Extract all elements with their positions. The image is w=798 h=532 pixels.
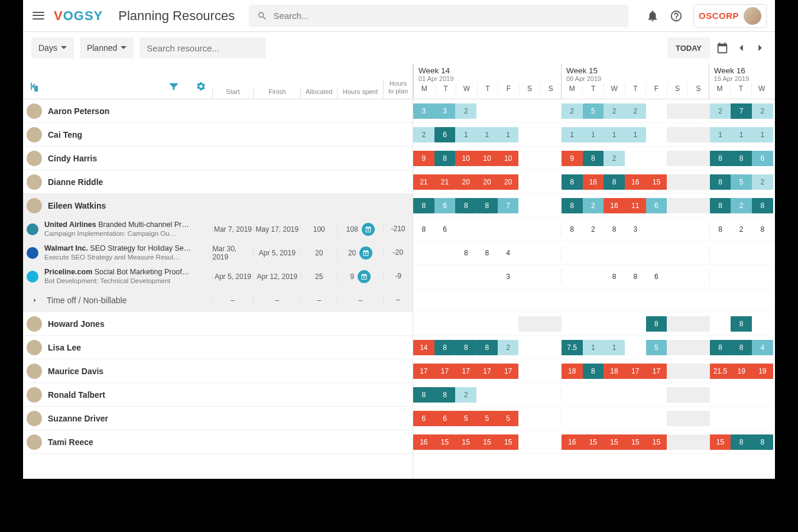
- day-cell[interactable]: [540, 174, 561, 190]
- day-cell[interactable]: 17: [498, 364, 519, 379]
- day-cell[interactable]: 8: [710, 222, 731, 237]
- day-cell[interactable]: 17: [646, 364, 667, 379]
- day-cell[interactable]: [518, 269, 540, 284]
- day-cell[interactable]: 16: [625, 174, 646, 190]
- day-cell[interactable]: [498, 387, 519, 403]
- day-cell[interactable]: 15: [455, 434, 476, 450]
- day-cell[interactable]: 8: [455, 340, 476, 355]
- day-cell[interactable]: 2: [710, 103, 731, 119]
- day-cell[interactable]: [710, 269, 731, 284]
- day-cell[interactable]: 7: [731, 103, 752, 119]
- day-cell[interactable]: 1: [455, 127, 476, 142]
- day-cell[interactable]: [540, 222, 561, 237]
- menu-icon[interactable]: [31, 9, 46, 23]
- day-cell[interactable]: 6: [434, 411, 456, 426]
- day-cell[interactable]: [604, 245, 625, 261]
- calendar-add-icon[interactable]: [359, 246, 372, 259]
- day-cell[interactable]: [667, 198, 688, 213]
- day-cell[interactable]: 18: [562, 364, 583, 379]
- day-cell[interactable]: 8: [562, 174, 583, 190]
- day-cell[interactable]: 15: [710, 434, 731, 450]
- day-cell[interactable]: 3: [413, 103, 434, 119]
- day-cell[interactable]: [583, 269, 604, 284]
- day-cell[interactable]: [710, 387, 731, 403]
- day-cell[interactable]: 5: [583, 103, 604, 119]
- day-cell[interactable]: [646, 127, 667, 142]
- day-cell[interactable]: [518, 245, 540, 261]
- day-cell[interactable]: 18: [604, 364, 625, 379]
- day-cell[interactable]: 19: [731, 364, 752, 379]
- resource-row[interactable]: Howard Jones: [23, 312, 413, 336]
- day-cell[interactable]: 16: [562, 434, 583, 450]
- day-cell[interactable]: 1: [498, 127, 519, 142]
- day-cell[interactable]: 17: [455, 364, 476, 379]
- today-button[interactable]: TODAY: [667, 37, 710, 59]
- day-cell[interactable]: [413, 316, 434, 332]
- status-filter-select[interactable]: Planned: [80, 37, 134, 59]
- resource-row[interactable]: Suzanne Driver: [23, 407, 413, 430]
- day-cell[interactable]: 15: [583, 434, 604, 450]
- resource-row[interactable]: Tami Reece: [23, 430, 413, 454]
- day-cell[interactable]: 2: [752, 103, 773, 119]
- day-cell[interactable]: 15: [604, 434, 625, 450]
- day-cell[interactable]: [625, 245, 646, 261]
- project-row[interactable]: United Airlines Branded Multi-channel Pr…: [23, 218, 413, 241]
- day-cell[interactable]: 8: [434, 387, 456, 403]
- day-cell[interactable]: [646, 151, 667, 166]
- day-cell[interactable]: 8: [604, 269, 625, 284]
- day-cell[interactable]: 8: [646, 316, 667, 332]
- day-cell[interactable]: 6: [434, 198, 456, 213]
- day-cell[interactable]: [518, 411, 540, 426]
- day-cell[interactable]: [688, 103, 709, 119]
- day-cell[interactable]: [752, 387, 773, 403]
- day-cell[interactable]: [667, 316, 688, 332]
- day-cell[interactable]: 20: [498, 174, 519, 190]
- day-cell[interactable]: [562, 387, 583, 403]
- day-cell[interactable]: [667, 434, 688, 450]
- day-cell[interactable]: 4: [752, 340, 773, 355]
- day-cell[interactable]: [688, 198, 709, 213]
- day-cell[interactable]: 1: [583, 127, 604, 142]
- global-search-input[interactable]: [273, 11, 620, 21]
- day-cell[interactable]: [731, 269, 752, 284]
- day-cell[interactable]: [710, 316, 731, 332]
- day-cell[interactable]: 16: [604, 198, 625, 213]
- day-cell[interactable]: [476, 387, 498, 403]
- day-cell[interactable]: 2: [731, 222, 752, 237]
- day-cell[interactable]: [583, 245, 604, 261]
- day-cell[interactable]: [434, 269, 456, 284]
- day-cell[interactable]: [731, 387, 752, 403]
- day-cell[interactable]: [688, 222, 709, 237]
- next-icon[interactable]: [754, 41, 767, 54]
- day-cell[interactable]: 2: [752, 174, 773, 190]
- day-cell[interactable]: 8: [731, 434, 752, 450]
- day-cell[interactable]: [604, 387, 625, 403]
- day-cell[interactable]: 16: [413, 434, 434, 450]
- collapse-icon[interactable]: [29, 81, 40, 92]
- resource-row[interactable]: Eileen Watkins: [23, 194, 413, 218]
- day-cell[interactable]: [476, 269, 498, 284]
- day-cell[interactable]: [562, 316, 583, 332]
- day-cell[interactable]: 6: [434, 127, 456, 142]
- day-cell[interactable]: [731, 411, 752, 426]
- day-cell[interactable]: [455, 316, 476, 332]
- day-cell[interactable]: 10: [455, 151, 476, 166]
- day-cell[interactable]: [625, 411, 646, 426]
- day-cell[interactable]: 8: [455, 198, 476, 213]
- day-cell[interactable]: [455, 222, 476, 237]
- day-cell[interactable]: 8: [731, 151, 752, 166]
- day-cell[interactable]: 19: [752, 364, 773, 379]
- day-cell[interactable]: [625, 316, 646, 332]
- day-cell[interactable]: 1: [710, 127, 731, 142]
- day-cell[interactable]: [667, 387, 688, 403]
- day-cell[interactable]: [604, 316, 625, 332]
- day-cell[interactable]: [583, 316, 604, 332]
- day-cell[interactable]: [688, 127, 709, 142]
- org-switcher[interactable]: OSCORP: [693, 4, 767, 28]
- day-cell[interactable]: 2: [455, 387, 476, 403]
- day-cell[interactable]: 2: [498, 340, 519, 355]
- day-cell[interactable]: 3: [498, 269, 519, 284]
- day-cell[interactable]: [562, 411, 583, 426]
- day-cell[interactable]: [413, 245, 434, 261]
- day-cell[interactable]: 8: [562, 222, 583, 237]
